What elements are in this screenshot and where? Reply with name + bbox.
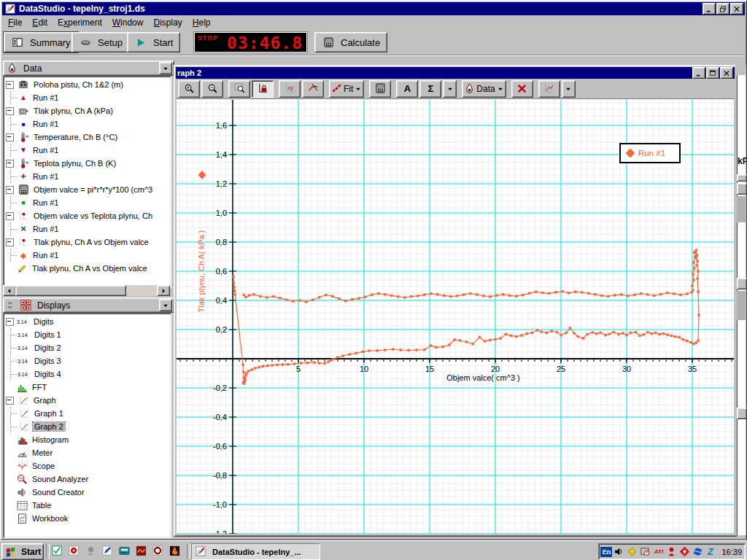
display-item-sound-creator[interactable]: Sound Creator — [4, 486, 171, 499]
tree-expander[interactable] — [6, 107, 14, 115]
task-button-datastudio[interactable]: DataStudio - tepelny_... — [191, 543, 320, 560]
fit-menu-button[interactable]: Fit — [329, 80, 364, 98]
data-run-item[interactable]: ■Run #1 — [11, 196, 171, 209]
legend[interactable]: Run #1 — [620, 144, 680, 163]
tree-expander[interactable] — [6, 212, 14, 220]
data-item[interactable]: Tlak plynu, Ch A (kPa) — [4, 104, 171, 117]
display-item-graph[interactable]: Graph — [4, 394, 171, 407]
restore-button[interactable] — [716, 3, 729, 15]
display-item-workbook[interactable]: Workbook — [4, 512, 171, 525]
calculate-button[interactable]: Calculate — [314, 32, 387, 52]
plot-area[interactable]: 1,61,41,21,00,80,60,40,2-0,2-0,4-0,6-0,8… — [177, 100, 734, 534]
panel-splitter-handle[interactable] — [5, 300, 14, 311]
display-item-digits-2[interactable]: 3.14Digits 2 — [11, 341, 171, 354]
tree-expander[interactable] — [6, 318, 14, 326]
quicklaunch-icon-5[interactable] — [117, 544, 131, 559]
tree-expander[interactable] — [6, 238, 14, 246]
quicklaunch-icon-3[interactable] — [83, 544, 98, 559]
quicklaunch-icon-1[interactable] — [50, 544, 64, 559]
data-item[interactable]: Temperature, Ch B (°C) — [4, 131, 171, 144]
data-item[interactable]: Objem valce = pi*r*r*y*100 (cm^3 — [4, 183, 171, 196]
tray-icon-4[interactable] — [639, 546, 651, 558]
data-run-item[interactable]: +Run #1 — [11, 170, 171, 183]
display-item-digits[interactable]: 3.14Digits — [4, 315, 171, 328]
tray-icon-9[interactable]: Z — [705, 546, 717, 558]
data-item[interactable]: Tlak plynu, Ch A vs Objem valce — [4, 236, 171, 249]
data-item[interactable]: Poloha pistu, Ch 1&2 (m) — [4, 78, 171, 91]
statistics-button[interactable]: Σ — [419, 80, 441, 98]
settings-button[interactable] — [538, 80, 560, 98]
chart[interactable]: 1,61,41,21,00,80,60,40,2-0,2-0,4-0,6-0,8… — [177, 100, 734, 535]
display-item-digits-3[interactable]: 3.14Digits 3 — [11, 354, 171, 368]
data-run-item[interactable]: ×Run #1 — [11, 222, 171, 236]
start-button[interactable]: Start — [127, 32, 180, 52]
menu-experiment[interactable]: Experiment — [53, 16, 107, 30]
text-tool-button[interactable]: A — [396, 80, 418, 98]
display-item-histogram[interactable]: Histogram — [4, 433, 171, 446]
data-run-item[interactable]: ▲Run #1 — [11, 91, 171, 104]
zoom-in-button[interactable] — [178, 80, 200, 98]
slope-tool-button[interactable] — [302, 80, 324, 98]
menu-help[interactable]: Help — [187, 16, 216, 30]
scroll-thumb[interactable] — [15, 285, 126, 296]
menu-file[interactable]: File — [3, 16, 27, 30]
data-run-item[interactable]: ●Run #1 — [11, 117, 171, 131]
data-item[interactable]: Objem valce vs Teplota plynu, Ch — [4, 209, 171, 222]
tree-expander[interactable] — [6, 397, 14, 405]
displays-menu-dropdown[interactable] — [159, 299, 172, 311]
summary-button[interactable]: Summary — [4, 32, 78, 52]
quicklaunch-icon-6[interactable] — [133, 544, 148, 559]
tree-expander[interactable] — [6, 81, 14, 89]
data-run-item[interactable]: ▼Run #1 — [11, 144, 171, 157]
graph-title-bar[interactable]: raph 2 — [176, 67, 735, 79]
tray-icon-8[interactable] — [692, 546, 704, 558]
quicklaunch-icon-8[interactable] — [167, 544, 182, 559]
settings-button-dropdown[interactable] — [562, 80, 576, 98]
scroll-right-button[interactable] — [157, 285, 170, 296]
scale-to-fit-button[interactable] — [252, 80, 274, 98]
display-item-digits-4[interactable]: 3.14Digits 4 — [11, 368, 171, 381]
data-tree-hscrollbar[interactable] — [3, 285, 170, 296]
tray-icon-7[interactable] — [678, 546, 691, 558]
display-item-digits-1[interactable]: 3.14Digits 1 — [11, 328, 171, 341]
tree-expander[interactable] — [6, 186, 14, 194]
tray-ati-icon[interactable]: ATI — [652, 546, 665, 558]
tray-volume-icon[interactable] — [613, 546, 625, 558]
graph-close-button[interactable] — [720, 67, 733, 79]
tree-expander[interactable] — [6, 133, 14, 141]
tray-icon-6[interactable] — [665, 546, 678, 558]
display-item-fft[interactable]: FFT — [4, 381, 171, 394]
display-item-table[interactable]: Table — [4, 499, 171, 512]
menu-display[interactable]: Display — [148, 16, 187, 30]
tray-language-indicator[interactable]: En — [600, 547, 612, 557]
zoom-out-button[interactable] — [201, 80, 223, 98]
quicklaunch-icon-4[interactable] — [100, 544, 115, 559]
calculator-button[interactable] — [369, 80, 391, 98]
data-item[interactable]: Teplota plynu, Ch B (K) — [4, 157, 171, 170]
display-item-scope[interactable]: Scope — [4, 459, 171, 472]
main-title-bar[interactable]: DataStudio - tepelny_stroj1.ds — [2, 2, 745, 15]
zoom-select-button[interactable] — [228, 80, 250, 98]
data-item[interactable]: Tlak plynu, Ch A vs Objem valce — [4, 262, 171, 275]
start-menu-button[interactable]: Start — [1, 543, 44, 560]
menu-edit[interactable]: Edit — [27, 16, 53, 30]
tree-expander[interactable] — [6, 160, 14, 168]
data-menu-button[interactable]: Data — [462, 80, 506, 98]
data-menu-dropdown[interactable] — [159, 62, 172, 74]
smart-tool-button[interactable]: xy — [279, 80, 301, 98]
close-button[interactable] — [730, 3, 743, 15]
display-item-graph-2[interactable]: Graph 2 — [11, 420, 171, 433]
data-run-item[interactable]: ◆Run #1 — [11, 249, 171, 262]
quicklaunch-icon-7[interactable] — [150, 544, 165, 559]
delete-button[interactable] — [511, 80, 533, 98]
setup-button[interactable]: Setup — [71, 32, 130, 52]
graph-minimize-button[interactable] — [692, 67, 705, 79]
statistics-button-dropdown[interactable] — [443, 80, 457, 98]
display-item-meter[interactable]: Meter — [4, 446, 171, 459]
tray-icon-3[interactable] — [626, 546, 638, 558]
scroll-left-button[interactable] — [3, 285, 16, 296]
display-item-graph-1[interactable]: Graph 1 — [11, 407, 171, 420]
minimize-button[interactable] — [703, 3, 716, 15]
menu-window[interactable]: Window — [107, 16, 149, 30]
display-item-sound-analyzer[interactable]: Sound Analyzer — [4, 472, 171, 486]
